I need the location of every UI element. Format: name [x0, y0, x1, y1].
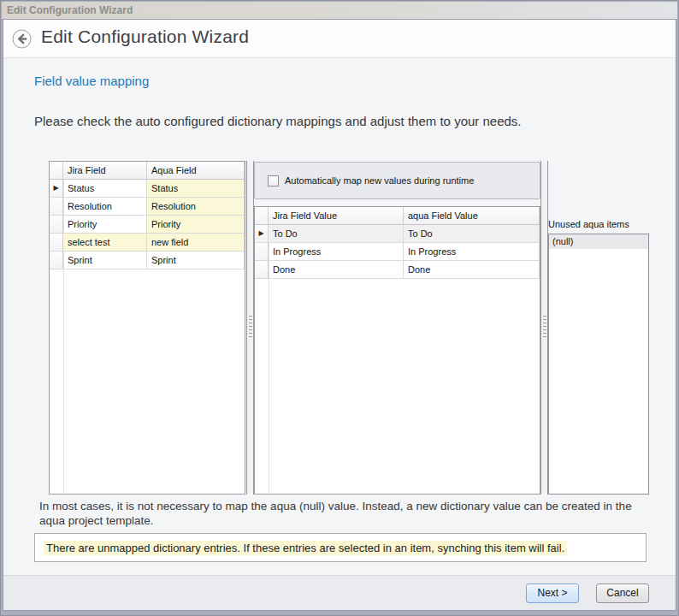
splitter-grip-icon: [543, 316, 546, 340]
row-selector-arrow-icon: ▶: [258, 229, 263, 237]
splitter-grip-icon: [249, 316, 252, 340]
null-mapping-note: In most cases, it is not necessary to ma…: [39, 499, 643, 528]
cell-jira-field[interactable]: select test: [63, 234, 147, 252]
cell-aqua-value[interactable]: To Do: [404, 225, 540, 243]
value-grid-corner-cell: [255, 207, 269, 225]
back-button[interactable]: [12, 29, 32, 49]
column-header-jira-field[interactable]: Jira Field: [63, 162, 147, 180]
table-row[interactable]: ▶ To Do To Do: [255, 225, 540, 243]
auto-map-checkbox-label: Automatically map new values during runt…: [285, 175, 474, 186]
row-header-cell[interactable]: ▶: [255, 225, 269, 243]
next-button[interactable]: Next >: [526, 583, 579, 603]
wizard-footer: Next > Cancel: [3, 575, 676, 610]
splitter-right[interactable]: [540, 161, 548, 495]
field-grid-header-row: Jira Field Aqua Field: [50, 162, 245, 180]
row-header-cell[interactable]: [50, 252, 63, 270]
value-mapping-grid: Jira Field Value aqua Field Value ▶ To D…: [254, 206, 540, 495]
column-header-aqua-field[interactable]: Aqua Field: [147, 162, 245, 180]
cell-aqua-field[interactable]: Sprint: [147, 252, 245, 270]
cell-aqua-field[interactable]: new field: [147, 234, 245, 252]
row-header-cell[interactable]: [255, 243, 269, 261]
warning-box: There are unmapped dictionary entries. I…: [34, 533, 647, 562]
step-instruction: Please check the auto configured diction…: [34, 114, 522, 128]
cell-aqua-value[interactable]: In Progress: [404, 243, 540, 261]
row-header-cell[interactable]: [255, 261, 269, 279]
field-mapping-grid: Jira Field Aqua Field ▶ Status Status Re…: [49, 161, 245, 495]
back-arrow-icon: [12, 37, 32, 51]
unused-items-label: Unused aqua items: [548, 219, 629, 229]
row-header-cell[interactable]: [50, 216, 63, 234]
table-row[interactable]: Done Done: [255, 261, 540, 279]
cell-jira-field[interactable]: Priority: [63, 216, 147, 234]
step-heading: Field value mapping: [34, 74, 149, 88]
splitter-left[interactable]: [246, 161, 254, 495]
cell-jira-value[interactable]: In Progress: [269, 243, 404, 261]
wizard-dialog: Edit Configuration Wizard Field value ma…: [3, 19, 676, 611]
column-header-jira-field-value[interactable]: Jira Field Value: [269, 207, 404, 225]
value-grid-header-row: Jira Field Value aqua Field Value: [255, 207, 540, 225]
table-row[interactable]: Resolution Resolution: [50, 198, 245, 216]
table-row[interactable]: Sprint Sprint: [50, 252, 245, 270]
table-row[interactable]: select test new field: [50, 234, 245, 252]
cell-jira-field[interactable]: Status: [63, 180, 147, 198]
unused-items-listbox[interactable]: (null): [548, 234, 649, 495]
auto-map-checkbox-row[interactable]: Automatically map new values during runt…: [255, 163, 540, 198]
table-row[interactable]: Priority Priority: [50, 216, 245, 234]
cancel-button[interactable]: Cancel: [596, 583, 649, 603]
cell-jira-value[interactable]: Done: [269, 261, 404, 279]
row-header-cell[interactable]: [50, 234, 63, 252]
cell-jira-value[interactable]: To Do: [269, 225, 404, 243]
table-row[interactable]: In Progress In Progress: [255, 243, 540, 261]
table-row[interactable]: ▶ Status Status: [50, 180, 245, 198]
cell-aqua-field[interactable]: Resolution: [147, 198, 245, 216]
wizard-title: Edit Configuration Wizard: [41, 27, 249, 47]
window-title: Edit Configuration Wizard: [7, 4, 133, 16]
row-selector-arrow-icon: ▶: [53, 184, 58, 192]
field-grid-corner-cell: [50, 162, 63, 180]
unmapped-warning-text: There are unmapped dictionary entries. I…: [44, 541, 567, 555]
cell-aqua-value[interactable]: Done: [404, 261, 540, 279]
row-header-cell[interactable]: [50, 198, 63, 216]
list-item[interactable]: (null): [549, 234, 648, 249]
window-titlebar[interactable]: Edit Configuration Wizard: [2, 2, 677, 19]
cell-aqua-field[interactable]: Status: [147, 180, 245, 198]
edit-configuration-wizard-window: Edit Configuration Wizard Edit Configura…: [0, 0, 679, 616]
cell-aqua-field[interactable]: Priority: [147, 216, 245, 234]
row-header-cell[interactable]: ▶: [50, 180, 63, 198]
wizard-content: Field value mapping Please check the aut…: [3, 59, 676, 574]
auto-map-checkbox[interactable]: [268, 175, 279, 187]
cell-jira-field[interactable]: Resolution: [63, 198, 147, 216]
cell-jira-field[interactable]: Sprint: [63, 252, 147, 270]
wizard-header: Edit Configuration Wizard: [3, 20, 676, 58]
column-header-aqua-field-value[interactable]: aqua Field Value: [404, 207, 540, 225]
runtime-mapping-panel: Automatically map new values during runt…: [254, 162, 540, 199]
